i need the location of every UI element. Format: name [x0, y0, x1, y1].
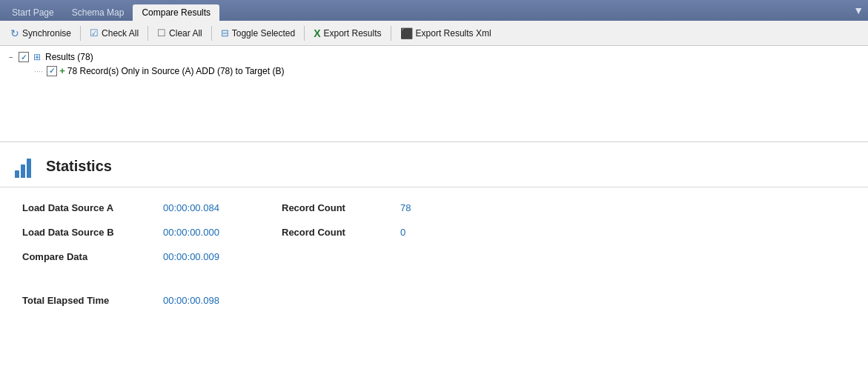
toggle-selected-label: Toggle Selected — [232, 28, 295, 39]
toggle-selected-button[interactable]: ⊟ Toggle Selected — [215, 25, 301, 41]
toggle-selected-icon: ⊟ — [221, 27, 229, 39]
synchronise-button[interactable]: ↻ Synchronise — [4, 25, 77, 41]
root-label: Results (78) — [45, 52, 93, 62]
sep-5 — [391, 26, 391, 41]
compare-data-label: Compare Data — [22, 251, 163, 262]
tab-schema-map[interactable]: Schema Map — [63, 4, 133, 21]
title-bar: Start Page Schema Map Compare Results ▼ — [0, 0, 868, 21]
table-icon: ⊞ — [31, 52, 43, 62]
statistics-header: Statistics — [0, 142, 868, 187]
sep-1 — [80, 26, 81, 41]
bar-2 — [21, 164, 25, 178]
load-a-label: Load Data Source A — [22, 202, 163, 213]
total-elapsed-value: 00:00:00.098 — [163, 295, 282, 306]
check-all-button[interactable]: ☑ Check All — [84, 25, 145, 41]
export-results-xml-label: Export Results Xml — [416, 28, 491, 39]
plus-icon: + — [59, 65, 65, 76]
sep-2 — [148, 26, 148, 41]
synchronise-label: Synchronise — [22, 28, 71, 39]
check-all-label: Check All — [102, 28, 139, 39]
export-results-button[interactable]: X Export Results — [308, 25, 387, 41]
export-xml-icon: ⬛ — [400, 27, 413, 39]
load-b-label: Load Data Source B — [22, 227, 163, 238]
load-a-value: 00:00:00.084 — [163, 202, 282, 213]
collapse-button[interactable]: ▼ — [853, 4, 864, 16]
stats-row-1: Load Data Source A 00:00:00.084 Record C… — [22, 202, 846, 213]
stats-row-2: Load Data Source B 00:00:00.000 Record C… — [22, 227, 846, 238]
clear-all-icon: ☐ — [157, 27, 166, 39]
bar-3 — [27, 159, 31, 178]
tree-child-row: ···· + 78 Record(s) Only in Source (A) A… — [34, 64, 862, 78]
tree-line: ···· — [34, 67, 43, 76]
statistics-section: Statistics Load Data Source A 00:00:00.0… — [0, 142, 868, 386]
total-elapsed-label: Total Elapsed Time — [22, 295, 163, 306]
check-all-icon: ☑ — [90, 27, 99, 39]
main-content: − ⊞ Results (78) ···· + 78 Record(s) Onl… — [0, 46, 868, 386]
stats-row-3: Compare Data 00:00:00.009 — [22, 251, 846, 262]
child-checkbox[interactable] — [47, 66, 57, 76]
sep-3 — [211, 26, 212, 41]
stats-spacer — [22, 276, 846, 282]
export-results-xml-button[interactable]: ⬛ Export Results Xml — [394, 25, 497, 41]
sep-4 — [304, 26, 305, 41]
record-count-a-label: Record Count — [282, 202, 400, 213]
record-count-a-value: 78 — [400, 202, 430, 213]
child-label: 78 Record(s) Only in Source (A) ADD (78)… — [67, 66, 285, 76]
root-checkbox[interactable] — [19, 52, 29, 62]
sync-icon: ↻ — [10, 27, 19, 39]
export-excel-icon: X — [314, 27, 320, 39]
stats-total-row: Total Elapsed Time 00:00:00.098 — [22, 295, 846, 306]
tab-compare-results[interactable]: Compare Results — [133, 4, 219, 21]
statistics-title: Statistics — [46, 158, 112, 175]
stats-grid: Load Data Source A 00:00:00.084 Record C… — [0, 187, 868, 321]
expand-icon[interactable]: − — [6, 52, 16, 62]
toolbar: ↻ Synchronise ☑ Check All ☐ Clear All ⊟ … — [0, 21, 868, 46]
statistics-chart-icon — [15, 154, 39, 178]
tree-root-row: − ⊞ Results (78) — [6, 50, 862, 64]
record-count-b-value: 0 — [400, 227, 430, 238]
bar-1 — [15, 170, 19, 178]
load-b-value: 00:00:00.000 — [163, 227, 282, 238]
clear-all-label: Clear All — [169, 28, 202, 39]
record-count-b-label: Record Count — [282, 227, 400, 238]
clear-all-button[interactable]: ☐ Clear All — [151, 25, 208, 41]
results-area: − ⊞ Results (78) ···· + 78 Record(s) Onl… — [0, 46, 868, 142]
export-results-label: Export Results — [324, 28, 382, 39]
tab-start-page[interactable]: Start Page — [3, 4, 63, 21]
compare-data-value: 00:00:00.009 — [163, 251, 282, 262]
